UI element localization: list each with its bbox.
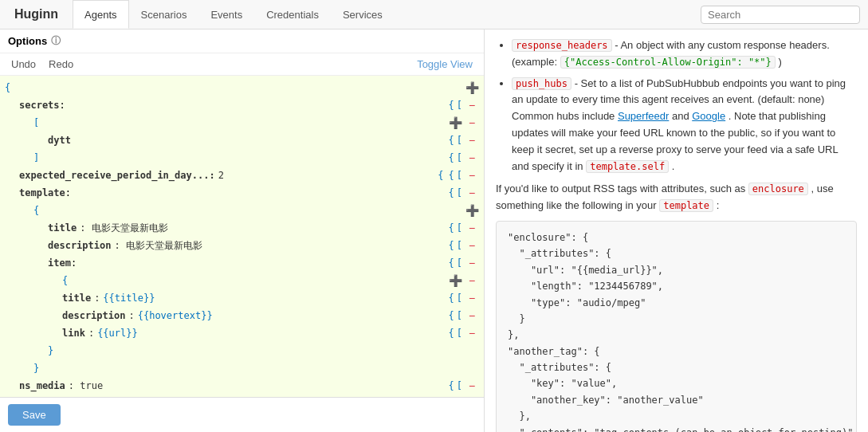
- bracket-btn[interactable]: {: [449, 328, 454, 339]
- bracket-btn[interactable]: {: [449, 240, 454, 251]
- row-value: 2: [218, 170, 224, 181]
- bracket-btn[interactable]: {: [449, 187, 454, 198]
- remove-btn[interactable]: −: [465, 291, 479, 305]
- editor-row: expected_receive_period_in_day...: 2 { {…: [0, 167, 484, 184]
- redo-button[interactable]: Redo: [45, 57, 77, 72]
- save-button[interactable]: Save: [8, 404, 61, 426]
- bracket-btn[interactable]: {: [449, 100, 454, 111]
- bracket-btn[interactable]: [: [457, 170, 462, 181]
- toggle-view-button[interactable]: Toggle View: [414, 57, 476, 72]
- bracket-btn[interactable]: {: [449, 152, 454, 163]
- remove-btn[interactable]: −: [465, 186, 479, 200]
- row-value: :: [128, 310, 134, 321]
- superfeedr-link[interactable]: Superfeedr: [618, 110, 669, 122]
- bracket-btn[interactable]: [: [457, 328, 462, 339]
- and-text: and: [672, 110, 692, 122]
- add-btn[interactable]: ➕: [465, 81, 479, 95]
- bracket-btn[interactable]: {: [449, 310, 454, 321]
- template-code: template: [659, 199, 713, 212]
- search-container: [701, 6, 860, 24]
- tab-services[interactable]: Services: [331, 0, 395, 29]
- row-key: description: [62, 310, 125, 321]
- bracket-btn[interactable]: {: [449, 257, 454, 269]
- remove-btn[interactable]: −: [465, 98, 479, 112]
- tab-credentials[interactable]: Credentials: [254, 0, 331, 29]
- remove-btn[interactable]: −: [465, 379, 479, 393]
- options-label: Options: [8, 35, 47, 47]
- brace-btn[interactable]: {: [438, 170, 443, 181]
- search-input[interactable]: [701, 6, 860, 24]
- editor-row: { ➕: [0, 79, 484, 96]
- navbar: Huginn Agents Scenarios Events Credentia…: [0, 0, 868, 29]
- bracket-btn[interactable]: {: [449, 135, 454, 146]
- editor-row: description : {{hovertext}} { [ −: [0, 307, 484, 324]
- bullet1-end: ): [778, 56, 781, 68]
- remove-btn[interactable]: −: [465, 256, 479, 270]
- remove-btn[interactable]: −: [465, 326, 479, 340]
- para-text1: If you'd like to output RSS tags with at…: [496, 183, 748, 194]
- row-value-liquid: {{title}}: [103, 293, 155, 304]
- remove-btn[interactable]: −: [465, 151, 479, 165]
- add-btn[interactable]: ➕: [448, 273, 462, 288]
- tab-events[interactable]: Events: [198, 0, 254, 29]
- bracket: [: [33, 117, 39, 128]
- undo-button[interactable]: Undo: [8, 57, 39, 72]
- add-btn[interactable]: ➕: [465, 203, 479, 218]
- bracket-btn[interactable]: {: [449, 170, 454, 181]
- editor-row: ns_media : true { [ −: [0, 377, 484, 395]
- tab-agents[interactable]: Agents: [73, 0, 128, 29]
- bracket-btn[interactable]: [: [457, 152, 462, 163]
- list-item: response_headers - An object with any cu…: [512, 37, 857, 71]
- bracket-btn[interactable]: [: [457, 257, 462, 269]
- remove-btn[interactable]: −: [465, 116, 479, 130]
- brace: }: [48, 345, 53, 356]
- bracket-btn[interactable]: [: [457, 135, 462, 146]
- bracket-btn[interactable]: {: [449, 222, 454, 234]
- code-block: "enclosure": { "_attributes": { "url": "…: [496, 221, 857, 432]
- google-link[interactable]: Google: [692, 110, 725, 122]
- bracket-btn[interactable]: [: [457, 222, 462, 234]
- main-content: Options ⓘ Undo Redo Toggle View { ➕: [0, 29, 868, 432]
- toolbar: Undo Redo Toggle View: [0, 53, 484, 76]
- editor-row: item: { [ −: [0, 254, 484, 272]
- options-header: Options ⓘ: [0, 29, 484, 53]
- row-value: :: [88, 328, 94, 339]
- save-bar: Save: [0, 397, 484, 432]
- right-panel: response_headers - An object with any cu…: [485, 29, 868, 432]
- remove-btn[interactable]: −: [465, 168, 479, 183]
- bracket-btn[interactable]: {: [449, 293, 454, 304]
- editor-row: description : 电影天堂最新电影 { [ −: [0, 237, 484, 254]
- row-key: link: [62, 328, 85, 339]
- row-value: : true: [69, 380, 103, 391]
- row-value: : 电影天堂最新电影: [80, 222, 167, 235]
- row-key: expected_receive_period_in_day...:: [19, 170, 215, 181]
- brace: }: [33, 363, 39, 374]
- bracket-btn[interactable]: [: [457, 293, 462, 304]
- bracket-btn[interactable]: [: [457, 380, 462, 391]
- remove-btn[interactable]: −: [465, 273, 479, 288]
- enclosure-code: enclosure: [748, 183, 808, 195]
- bracket-btn[interactable]: [: [457, 310, 462, 321]
- editor-row: [ ➕ −: [0, 114, 484, 132]
- remove-btn[interactable]: −: [465, 133, 479, 147]
- remove-btn[interactable]: −: [465, 221, 479, 235]
- brace: {: [62, 275, 68, 286]
- remove-btn[interactable]: −: [465, 308, 479, 323]
- brand[interactable]: Huginn: [8, 7, 65, 22]
- editor-row: dytt { [ −: [0, 132, 484, 149]
- bracket-btn[interactable]: {: [449, 380, 454, 391]
- colon: :: [60, 100, 65, 111]
- bracket-btn[interactable]: [: [457, 100, 462, 111]
- row-value-liquid: {{url}}: [97, 328, 138, 339]
- remove-btn[interactable]: −: [465, 238, 479, 253]
- bracket-btn[interactable]: [: [457, 187, 462, 198]
- tab-scenarios[interactable]: Scenarios: [129, 0, 199, 29]
- add-btn[interactable]: ➕: [448, 116, 462, 130]
- editor-row: { ➕: [0, 202, 484, 219]
- row-key: secrets: [19, 100, 60, 111]
- bracket-btn[interactable]: [: [457, 240, 462, 251]
- row-key: ns_media: [19, 380, 65, 391]
- editor-row: }: [0, 342, 484, 359]
- response-headers-code: response_headers: [512, 39, 612, 52]
- row-value: :: [94, 293, 100, 304]
